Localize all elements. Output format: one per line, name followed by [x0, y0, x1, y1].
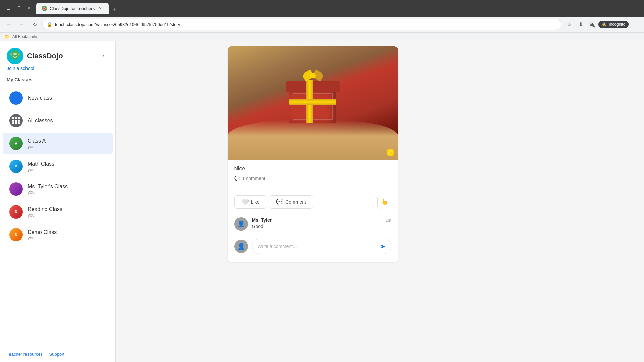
restore-button[interactable]: 🗗 — [14, 4, 23, 13]
tyler-class-text: Ms. Tyler's Class you — [28, 184, 68, 195]
forward-button[interactable]: → — [17, 19, 27, 29]
cursor-icon: 👆 — [381, 198, 388, 206]
sidebar-item-reading-class[interactable]: R Reading Class you — [3, 201, 113, 223]
comment-icon: 💬 — [276, 198, 283, 206]
comment-input-container[interactable]: Write a comment... ➤ — [252, 239, 391, 254]
logo-row: ClassDojo — [7, 48, 63, 64]
teacher-resources-link[interactable]: Teacher resources — [7, 352, 43, 357]
comment-text: Good — [252, 224, 263, 229]
incognito-label: Incognito — [609, 22, 625, 27]
gift-box-lid — [286, 81, 340, 92]
class-a-avatar: A — [9, 137, 23, 150]
story-image: ⭐ — [228, 46, 398, 160]
story-container: ⭐ Nice! 💬 1 comment 🤍 L — [222, 41, 404, 362]
bookmarks-folder-icon: 📁 — [4, 34, 10, 39]
download-button[interactable]: ⬇ — [576, 19, 586, 29]
comment-body: Ms. Tyler 1m Good — [252, 217, 391, 229]
tab-favicon-icon: 🎯 — [42, 6, 47, 11]
back-button[interactable]: ← — [4, 19, 14, 29]
footer-separator: · — [45, 352, 47, 357]
bow-center — [310, 73, 316, 78]
tab-bar: 🎯 ClassDojo for Teachers ✕ + — [36, 3, 640, 14]
story-actions: 🤍 Like 💬 Comment 👆 — [228, 191, 398, 217]
like-button[interactable]: 🤍 Like — [234, 195, 267, 209]
tab-close-button[interactable]: ✕ — [97, 5, 103, 11]
demo-class-text: Demo Class you — [28, 229, 57, 240]
math-class-text: Math Class you — [28, 161, 54, 172]
comment-button[interactable]: 💬 Comment — [269, 195, 313, 209]
reload-button[interactable]: ↻ — [30, 19, 40, 29]
main-content: ⭐ Nice! 💬 1 comment 🤍 L — [116, 41, 510, 362]
my-classes-label: My Classes — [0, 74, 115, 86]
logo-section: ClassDojo Join a school — [7, 48, 63, 71]
tyler-class-label: Ms. Tyler's Class — [28, 184, 68, 190]
new-class-text: New class — [28, 95, 52, 101]
incognito-badge[interactable]: 🕵️ Incognito — [598, 21, 629, 28]
address-bar[interactable]: 🔒 teach.classdojo.com/#/classes/65982e10… — [42, 19, 561, 30]
close-button[interactable]: ✕ — [24, 4, 34, 13]
gift-box-body — [289, 90, 336, 123]
sidebar: ClassDojo Join a school ‹ My Classes + N… — [0, 41, 116, 362]
minimize-button[interactable]: 🗕 — [4, 4, 13, 13]
share-button[interactable]: 👆 — [377, 195, 391, 209]
hands-bg — [228, 120, 398, 160]
sidebar-item-tyler-class[interactable]: T Ms. Tyler's Class you — [3, 178, 113, 200]
comment-header: Ms. Tyler 1m — [252, 217, 391, 223]
all-classes-icon — [9, 114, 23, 127]
bookmark-button[interactable]: ☆ — [564, 19, 574, 29]
send-button-icon[interactable]: ➤ — [380, 242, 386, 250]
gift-box-pattern — [293, 93, 333, 120]
sidebar-item-new-class[interactable]: + New class — [3, 87, 113, 109]
gift-box-container — [286, 76, 340, 123]
extensions-button[interactable]: 🔌 — [587, 19, 597, 29]
bookmarks-label: All Bookmarks — [12, 34, 38, 39]
svg-point-6 — [10, 53, 12, 56]
math-class-sub: you — [28, 167, 54, 172]
menu-button[interactable]: ⋮ — [630, 19, 640, 29]
tab-title-label: ClassDojo for Teachers — [50, 6, 95, 11]
all-classes-label: All classes — [28, 118, 53, 124]
comment-input-placeholder: Write a comment... — [258, 244, 297, 249]
grid-icon — [12, 117, 20, 124]
commenter-name: Ms. Tyler — [252, 217, 272, 223]
gift-bow — [301, 70, 325, 81]
story-badge: ⭐ — [387, 149, 394, 156]
bookmarks-bar: 📁 All Bookmarks — [0, 33, 644, 41]
join-school-link[interactable]: Join a school — [7, 66, 63, 71]
active-tab[interactable]: 🎯 ClassDojo for Teachers ✕ — [36, 3, 109, 14]
like-label: Like — [251, 199, 260, 205]
window-controls: 🗕 🗗 ✕ — [4, 4, 34, 13]
class-a-label: Class A — [28, 138, 46, 144]
incognito-icon: 🕵️ — [602, 22, 607, 27]
tyler-class-sub: you — [28, 190, 68, 195]
svg-point-4 — [13, 54, 14, 55]
toolbar-actions: ☆ ⬇ 🔌 🕵️ Incognito ⋮ — [564, 19, 640, 29]
class-a-text: Class A you — [28, 138, 46, 149]
sidebar-collapse-button[interactable]: ‹ — [98, 50, 109, 61]
svg-point-7 — [18, 53, 20, 56]
svg-point-5 — [16, 54, 17, 55]
browser-chrome: 🗕 🗗 ✕ 🎯 ClassDojo for Teachers ✕ + ← → ↻… — [0, 0, 644, 41]
sidebar-item-class-a[interactable]: A Class A you — [3, 133, 113, 154]
comment-item: 👤 Ms. Tyler 1m Good — [234, 217, 391, 236]
demo-class-sub: you — [28, 235, 57, 240]
classdojo-logo-icon — [7, 48, 23, 64]
new-tab-button[interactable]: + — [110, 5, 119, 14]
story-card: ⭐ Nice! 💬 1 comment 🤍 L — [228, 46, 398, 262]
math-class-label: Math Class — [28, 161, 54, 167]
support-link[interactable]: Support — [49, 352, 65, 357]
sidebar-footer: Teacher resources · Support — [0, 346, 115, 362]
tyler-class-avatar: T — [9, 182, 23, 196]
new-class-icon: + — [9, 91, 23, 105]
gift-ribbon-h — [289, 99, 336, 105]
commenter-avatar: 👤 — [234, 217, 248, 231]
sidebar-item-demo-class[interactable]: D Demo Class you — [3, 224, 113, 245]
reading-class-avatar: R — [9, 205, 23, 219]
reading-class-label: Reading Class — [28, 206, 62, 213]
sidebar-item-math-class[interactable]: M Math Class you — [3, 156, 113, 177]
comment-time: 1m — [386, 218, 391, 223]
sidebar-item-all-classes[interactable]: All classes — [3, 110, 113, 131]
browser-toolbar: ← → ↻ 🔒 teach.classdojo.com/#/classes/65… — [0, 17, 644, 33]
story-comments-count[interactable]: 💬 1 comment — [234, 176, 391, 185]
demo-class-label: Demo Class — [28, 229, 57, 235]
